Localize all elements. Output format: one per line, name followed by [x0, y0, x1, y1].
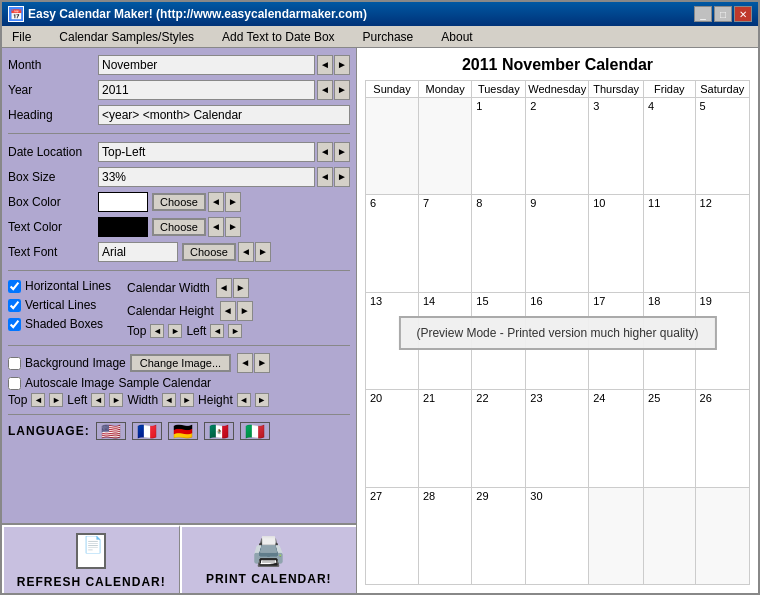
box-size-input[interactable] [98, 167, 315, 187]
top-next[interactable]: ► [168, 324, 182, 338]
calendar-day-cell[interactable]: 7 [418, 195, 471, 292]
calendar-day-cell[interactable]: 2 [526, 98, 589, 195]
month-input[interactable] [98, 55, 315, 75]
refresh-button[interactable]: 📄 Refresh Calendar! [2, 525, 180, 593]
header-monday: Monday [418, 81, 471, 98]
cal-height-prev[interactable]: ◄ [220, 301, 236, 321]
autoscale-image-checkbox[interactable] [8, 377, 21, 390]
flag-fr[interactable]: 🇫🇷 [132, 422, 162, 440]
shaded-boxes-checkbox[interactable] [8, 318, 21, 331]
date-location-input[interactable] [98, 142, 315, 162]
heading-input[interactable] [98, 105, 350, 125]
flag-mx[interactable]: 🇲🇽 [204, 422, 234, 440]
print-button[interactable]: 🖨️ Print Calendar! [180, 525, 357, 593]
calendar-day-cell[interactable]: 20 [366, 390, 419, 487]
calendar-day-cell[interactable] [366, 98, 419, 195]
box-size-next[interactable]: ► [334, 167, 350, 187]
menu-about[interactable]: About [435, 29, 478, 45]
month-prev[interactable]: ◄ [317, 55, 333, 75]
calendar-day-cell[interactable]: 11 [644, 195, 695, 292]
calendar-day-cell[interactable]: 6 [366, 195, 419, 292]
calendar-day-cell[interactable]: 4 [644, 98, 695, 195]
calendar-day-cell[interactable]: 23 [526, 390, 589, 487]
horizontal-lines-checkbox[interactable] [8, 280, 21, 293]
left-prev[interactable]: ◄ [210, 324, 224, 338]
menu-purchase[interactable]: Purchase [357, 29, 420, 45]
menu-add-text[interactable]: Add Text to Date Box [216, 29, 341, 45]
month-next[interactable]: ► [334, 55, 350, 75]
box-color-choose-button[interactable]: Choose [152, 193, 206, 211]
maximize-button[interactable]: □ [714, 6, 732, 22]
calendar-day-cell[interactable]: 30 [526, 487, 589, 584]
close-button[interactable]: ✕ [734, 6, 752, 22]
date-location-prev[interactable]: ◄ [317, 142, 333, 162]
heading-label: Heading [8, 108, 98, 122]
title-bar-left: 📅 Easy Calendar Maker! (http://www.easyc… [8, 6, 367, 22]
top-prev[interactable]: ◄ [150, 324, 164, 338]
calendar-day-cell[interactable]: 9 [526, 195, 589, 292]
calendar-day-cell[interactable] [644, 487, 695, 584]
date-location-arrows: ◄ ► [317, 142, 350, 162]
calendar-day-cell[interactable]: 21 [418, 390, 471, 487]
text-font-input[interactable] [98, 242, 178, 262]
calendar-day-cell[interactable]: 8 [472, 195, 526, 292]
change-image-button[interactable]: Change Image... [130, 354, 231, 372]
calendar-day-cell[interactable] [418, 98, 471, 195]
bg-image-prev[interactable]: ◄ [237, 353, 253, 373]
pos-width-next[interactable]: ► [180, 393, 194, 407]
calendar-day-cell[interactable]: 27 [366, 487, 419, 584]
text-color-prev[interactable]: ◄ [208, 217, 224, 237]
year-input[interactable] [98, 80, 315, 100]
flag-de[interactable]: 🇩🇪 [168, 422, 198, 440]
text-font-next[interactable]: ► [255, 242, 271, 262]
cal-width-prev[interactable]: ◄ [216, 278, 232, 298]
box-color-next[interactable]: ► [225, 192, 241, 212]
bg-image-next[interactable]: ► [254, 353, 270, 373]
pos-left-prev[interactable]: ◄ [91, 393, 105, 407]
text-color-next[interactable]: ► [225, 217, 241, 237]
calendar-day-cell[interactable]: 5 [695, 98, 749, 195]
pos-height-next[interactable]: ► [255, 393, 269, 407]
vertical-lines-checkbox[interactable] [8, 299, 21, 312]
calendar-day-cell[interactable] [589, 487, 644, 584]
calendar-day-cell[interactable]: 29 [472, 487, 526, 584]
box-color-prev[interactable]: ◄ [208, 192, 224, 212]
calendar-day-cell[interactable]: 12 [695, 195, 749, 292]
calendar-panel: 2011 November Calendar Sunday Monday Tue… [357, 48, 758, 593]
minimize-button[interactable]: _ [694, 6, 712, 22]
calendar-day-cell[interactable]: 24 [589, 390, 644, 487]
pos-left-next[interactable]: ► [109, 393, 123, 407]
window-title: Easy Calendar Maker! (http://www.easycal… [28, 7, 367, 21]
text-font-prev[interactable]: ◄ [238, 242, 254, 262]
text-font-choose-button[interactable]: Choose [182, 243, 236, 261]
year-prev[interactable]: ◄ [317, 80, 333, 100]
pos-top-prev[interactable]: ◄ [31, 393, 45, 407]
cal-width-next[interactable]: ► [233, 278, 249, 298]
app-icon: 📅 [8, 6, 24, 22]
pos-top-next[interactable]: ► [49, 393, 63, 407]
text-color-choose-button[interactable]: Choose [152, 218, 206, 236]
flag-us[interactable]: 🇺🇸 [96, 422, 126, 440]
calendar-day-cell[interactable]: 22 [472, 390, 526, 487]
pos-height-prev[interactable]: ◄ [237, 393, 251, 407]
box-size-prev[interactable]: ◄ [317, 167, 333, 187]
calendar-wrapper: Sunday Monday Tuesday Wednesday Thursday… [365, 80, 750, 585]
calendar-week-row: 27282930 [366, 487, 750, 584]
menu-calendar-samples[interactable]: Calendar Samples/Styles [53, 29, 200, 45]
left-next[interactable]: ► [228, 324, 242, 338]
flag-it[interactable]: 🇮🇹 [240, 422, 270, 440]
background-image-checkbox[interactable] [8, 357, 21, 370]
year-next[interactable]: ► [334, 80, 350, 100]
calendar-day-cell[interactable] [695, 487, 749, 584]
calendar-day-cell[interactable]: 10 [589, 195, 644, 292]
menu-file[interactable]: File [6, 29, 37, 45]
calendar-day-cell[interactable]: 28 [418, 487, 471, 584]
calendar-day-cell[interactable]: 25 [644, 390, 695, 487]
cal-height-next[interactable]: ► [237, 301, 253, 321]
calendar-day-cell[interactable]: 26 [695, 390, 749, 487]
calendar-day-cell[interactable]: 3 [589, 98, 644, 195]
date-location-next[interactable]: ► [334, 142, 350, 162]
pos-width-prev[interactable]: ◄ [162, 393, 176, 407]
autoscale-image-label: Autoscale Image [25, 376, 114, 390]
calendar-day-cell[interactable]: 1 [472, 98, 526, 195]
